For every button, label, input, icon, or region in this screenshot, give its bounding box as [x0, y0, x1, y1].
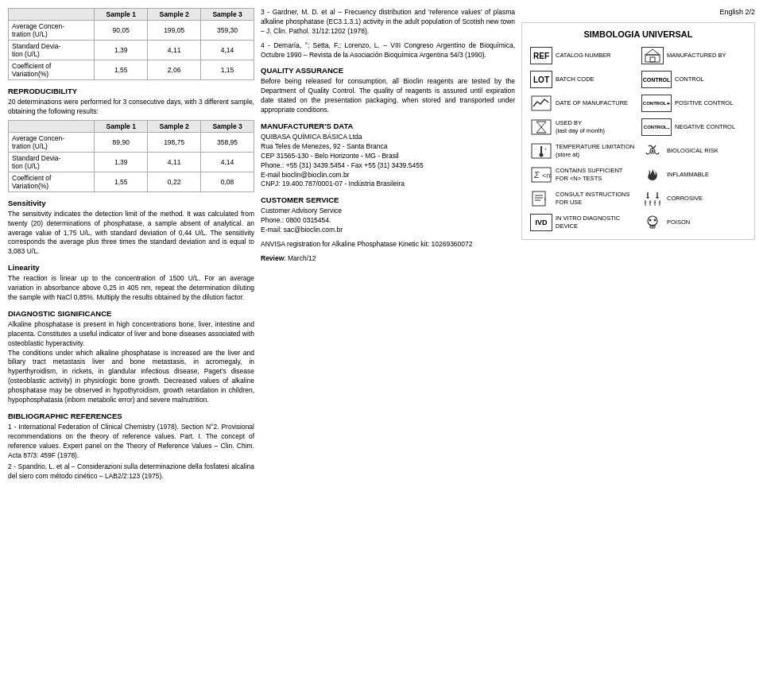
neg-control-icon: CONTROL- — [641, 118, 672, 136]
temp-label: TEMPERATURE LIMITATION(store at) — [556, 143, 634, 159]
right-column: English 2/2 SIMBOLOGIA UNIVERSAL REF CAT… — [521, 8, 755, 692]
col-header-sample3: Sample 3 — [201, 9, 254, 21]
symbol-row-dom: DATE OF MANUFACTURE — [529, 93, 637, 114]
symbol-row-flame: INFLAMMABLE — [640, 164, 748, 185]
symbol-row-neg-ctrl: CONTROL- NEGATIVE CONTROL — [640, 117, 748, 137]
sensitivity-title: Sensitivity — [8, 199, 254, 207]
biblio-item-1: 1 - International Federation of Clinical… — [8, 423, 254, 461]
consult-label: CONSULT INSTRUCTIONSFOR USE — [556, 191, 629, 207]
cell-s2: 198,75 — [148, 132, 201, 152]
mfr-line-4: Phone.: +55 (31) 3439.5454 - Fax +55 (31… — [261, 161, 515, 171]
lot-icon: LOT — [530, 71, 552, 88]
customer-section: CUSTOMER SERVICE Customer Advisory Servi… — [261, 195, 515, 235]
row-label: Standard Devia-tion (U/L) — [9, 41, 95, 60]
row-label: Standard Devia-tion (U/L) — [9, 152, 95, 172]
cust-line-1: Customer Advisory Service — [261, 207, 515, 216]
qa-text: Before being released for consumption, a… — [261, 77, 515, 115]
qa-title: QUALITY ASSURANCE — [261, 66, 515, 75]
diagnostic-title: DIAGNOSTIC SIGNIFICANCE — [8, 309, 254, 318]
symbol-row-biohazard: BIOLOGICAL RISK — [640, 141, 748, 161]
mfr-line-5: E-mail bioclin@bioclin.com.br — [261, 171, 515, 180]
svg-rect-2 — [650, 57, 655, 62]
cell-s3: 0,08 — [201, 172, 254, 191]
table-row: Standard Devia-tion (U/L) 1,39 4,11 4,14 — [9, 152, 254, 172]
col-header-empty — [9, 9, 95, 21]
ref-3: 3 - Gardner, M. D. et al – Frecuency dis… — [261, 8, 515, 37]
table-row: Coefficient ofVariation(%) 1,55 2,06 1,1… — [9, 60, 254, 80]
cell-s2: 0,22 — [148, 172, 201, 191]
linearity-text: The reaction is linear up to the concent… — [8, 274, 254, 303]
dom-label: DATE OF MANUFACTURE — [556, 99, 628, 107]
manufacturer-section: MANUFACTURER'S DATA QUIBASA QUÍMICA BÁSI… — [261, 122, 515, 189]
cust-line-2: Phone.: 0800 0315454. — [261, 216, 515, 226]
cell-s2: 2,06 — [148, 60, 201, 80]
svg-rect-0 — [645, 55, 660, 62]
symbol-row-control: CONTROL CONTROL — [640, 69, 748, 90]
middle-column: 3 - Gardner, M. D. et al – Frecuency dis… — [261, 8, 515, 692]
manufactured-by-icon — [641, 47, 664, 64]
symbol-row-ref: REF CATALOG NUMBER — [529, 45, 637, 66]
symbol-row-contains: Σ <n> CONTAINS SUFFICIENTFOR <N> TESTS — [529, 164, 637, 185]
symbol-row-poison: POISON — [640, 212, 748, 233]
pos-ctrl-label: POSITIVE CONTROL — [675, 99, 733, 107]
symbol-row-lot: LOT BATCH CODE — [529, 69, 637, 90]
reproducibility-text: 20 determinations were performed for 3 c… — [8, 98, 254, 117]
symbol-row-corrosive: CORROSIVE — [640, 188, 748, 209]
table-row: Average Concen-tration (U/L) 89,90 198,7… — [9, 132, 254, 152]
svg-marker-5 — [536, 122, 546, 133]
mfr-line-6: CNPJ: 19.400.787/0001-07 - Indústria Bra… — [261, 180, 515, 189]
corrosive-label: CORROSIVE — [667, 195, 703, 203]
bibliographic-title: BIBLIOGRAPHIC REFERENCES — [8, 412, 254, 420]
cell-s1: 89,90 — [95, 132, 148, 152]
used-by-icon — [530, 118, 552, 136]
simbologia-title: SIMBOLOGIA UNIVERSAL — [529, 29, 748, 39]
usedby-label: USED BY(last day of month) — [556, 119, 605, 135]
top-table: Sample 1 Sample 2 Sample 3 Average Conce… — [8, 8, 254, 80]
cell-s1: 1,55 — [95, 60, 148, 80]
cell-s1: 90,05 — [95, 21, 148, 41]
ivd-label: IN VITRO DIAGNOSTIC DEVICE — [556, 215, 635, 230]
symbol-row-mfr: MANUFACTURED BY — [640, 45, 748, 66]
bibliographic-section: BIBLIOGRAPHIC REFERENCES 1 - Internation… — [8, 412, 254, 481]
svg-point-8 — [540, 153, 544, 157]
symbol-row-pos-ctrl: CONTROL+ POSITIVE CONTROL — [640, 93, 748, 114]
inner-table: Sample 1 Sample 2 Sample 3 Average Conce… — [8, 120, 254, 192]
svg-rect-16 — [533, 191, 545, 206]
linearity-section: Linearity The reaction is linear up to t… — [8, 263, 254, 303]
row-label: Average Concen-tration (U/L) — [9, 21, 95, 41]
ref-4: 4 - Demaría, °; Setta, F.; Lorenzo, L. –… — [261, 41, 515, 60]
qa-section: QUALITY ASSURANCE Before being released … — [261, 66, 515, 115]
left-column: Sample 1 Sample 2 Sample 3 Average Conce… — [8, 8, 254, 692]
reproducibility-section: REPRODUCIBILITY 20 determinations were p… — [8, 87, 254, 192]
cell-s2: 4,11 — [148, 152, 201, 172]
symbol-grid: REF CATALOG NUMBER MANUFACTURED BY — [529, 45, 748, 233]
mfr-by-label: MANUFACTURED BY — [667, 52, 726, 60]
flame-label: INFLAMMABLE — [667, 171, 709, 179]
cell-s3: 358,95 — [201, 132, 254, 152]
control-icon: CONTROL — [641, 71, 672, 88]
biohazard-icon — [641, 142, 664, 160]
contains-icon: Σ <n> — [530, 166, 552, 184]
symbol-row-consult: i CONSULT INSTRUCTIONSFOR USE — [529, 188, 637, 209]
ivd-icon: IVD — [530, 214, 552, 231]
svg-point-28 — [649, 219, 652, 222]
control-label: CONTROL — [675, 75, 704, 83]
biblio-item-2: 2 - Spandrio, L. et al – Considerazioni … — [8, 462, 254, 481]
inner-col-s1: Sample 1 — [95, 120, 148, 132]
inner-col-s3: Sample 3 — [201, 120, 254, 132]
cell-s2: 199,05 — [148, 21, 201, 41]
ref-icon: REF — [530, 47, 552, 64]
reproducibility-title: REPRODUCIBILITY — [8, 87, 254, 95]
symbol-row-usedby: USED BY(last day of month) — [529, 117, 637, 137]
ref-label: CATALOG NUMBER — [556, 52, 610, 60]
svg-text:Σ: Σ — [533, 170, 540, 180]
svg-point-29 — [654, 219, 656, 222]
sensitivity-text: The sensitivity indicates the detection … — [8, 210, 254, 257]
flame-icon — [641, 166, 664, 184]
english-label: English 2/2 — [521, 8, 755, 16]
svg-point-12 — [652, 150, 654, 153]
svg-text:+: + — [544, 146, 547, 151]
row-label: Average Concen-tration (U/L) — [9, 132, 95, 152]
anvisa-text: ANVISA registration for Alkaline Phospha… — [261, 240, 515, 249]
review-section: Review: March/12 — [261, 254, 515, 264]
